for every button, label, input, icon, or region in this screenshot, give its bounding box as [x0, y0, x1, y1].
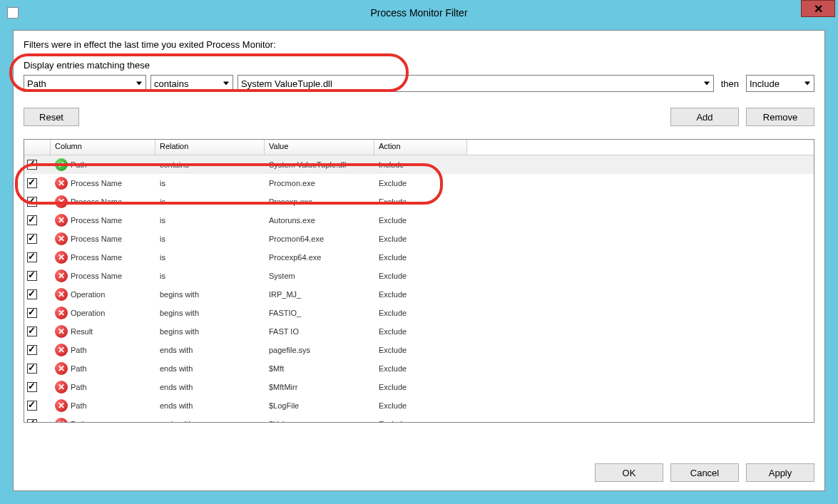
- row-action-cell: Exclude: [374, 327, 467, 336]
- remove-button[interactable]: Remove: [746, 108, 814, 126]
- row-checkbox[interactable]: [27, 308, 37, 318]
- action-select-value: Include: [750, 78, 780, 89]
- row-column-cell: Process Name: [51, 232, 155, 245]
- row-column-text: Operation: [71, 290, 105, 299]
- then-label: then: [721, 78, 739, 89]
- row-column-text: Path: [71, 160, 87, 169]
- client-area: Filters were in effect the last time you…: [13, 30, 825, 491]
- row-column-text: Path: [71, 420, 87, 422]
- table-row[interactable]: Operationbegins withFASTIO_Exclude: [24, 304, 814, 322]
- row-checkbox[interactable]: [27, 215, 37, 225]
- column-select[interactable]: Path: [24, 75, 146, 92]
- row-action-cell: Exclude: [374, 290, 467, 299]
- row-column-cell: Process Name: [51, 269, 155, 282]
- table-row[interactable]: Operationbegins withIRP_MJ_Exclude: [24, 285, 814, 304]
- row-column-text: Operation: [71, 309, 105, 317]
- table-row[interactable]: Resultbegins withFAST IOExclude: [24, 322, 814, 341]
- apply-button[interactable]: Apply: [746, 463, 814, 482]
- row-checkbox[interactable]: [27, 345, 37, 355]
- add-button[interactable]: Add: [670, 108, 739, 126]
- table-row[interactable]: Process NameisProcmon.exeExclude: [24, 174, 814, 192]
- row-checkbox[interactable]: [27, 364, 37, 374]
- row-checkbox[interactable]: [27, 289, 37, 299]
- exclude-icon: [55, 251, 68, 264]
- section-label: Display entries matching these: [24, 60, 814, 71]
- close-button[interactable]: ✕: [801, 0, 835, 17]
- row-checkbox[interactable]: [27, 160, 37, 170]
- row-action-cell: Exclude: [374, 235, 467, 243]
- row-relation-cell: is: [155, 179, 265, 187]
- row-checkbox[interactable]: [27, 419, 37, 422]
- table-row[interactable]: Pathends with$MftMirrExclude: [24, 378, 814, 396]
- row-column-cell: Process Name: [51, 195, 155, 208]
- row-relation-cell: is: [155, 272, 265, 280]
- row-value-cell: Procexp.exe: [265, 197, 374, 206]
- cancel-button[interactable]: Cancel: [670, 463, 739, 482]
- header-column[interactable]: Column: [51, 140, 155, 155]
- exclude-icon: [55, 288, 68, 301]
- table-row[interactable]: Process NameisProcexp.exeExclude: [24, 192, 814, 211]
- row-checkbox-cell: [24, 252, 51, 262]
- row-checkbox-cell: [24, 178, 51, 188]
- reset-button[interactable]: Reset: [24, 108, 79, 126]
- ok-button[interactable]: OK: [595, 463, 663, 482]
- row-checkbox[interactable]: [27, 326, 37, 336]
- row-checkbox[interactable]: [27, 197, 37, 207]
- row-relation-cell: begins with: [155, 327, 265, 336]
- row-value-cell: System ValueTuple.dll: [265, 160, 374, 169]
- header-relation[interactable]: Relation: [155, 140, 265, 155]
- action-select[interactable]: Include: [746, 75, 814, 92]
- exclude-icon: [55, 177, 68, 190]
- exclude-icon: [55, 418, 68, 422]
- row-value-cell: $Mft: [265, 364, 374, 373]
- row-checkbox-cell: [24, 308, 51, 318]
- row-checkbox[interactable]: [27, 252, 37, 262]
- table-row[interactable]: Pathends with$MftExclude: [24, 359, 814, 378]
- row-column-text: Result: [71, 327, 93, 336]
- row-value-cell: Procmon64.exe: [265, 235, 374, 243]
- row-checkbox-cell: [24, 364, 51, 374]
- header-action[interactable]: Action: [374, 140, 467, 155]
- row-action-cell: Exclude: [374, 401, 467, 410]
- row-checkbox[interactable]: [27, 401, 37, 411]
- row-column-text: Path: [71, 401, 87, 410]
- row-action-cell: Exclude: [374, 383, 467, 391]
- value-input[interactable]: System ValueTuple.dll: [237, 75, 714, 92]
- row-checkbox[interactable]: [27, 234, 37, 244]
- exclude-icon: [55, 325, 68, 338]
- row-value-cell: System: [265, 272, 374, 280]
- row-relation-cell: begins with: [155, 309, 265, 317]
- row-checkbox[interactable]: [27, 178, 37, 188]
- header-checkbox[interactable]: [24, 140, 51, 155]
- table-row[interactable]: Process NameisAutoruns.exeExclude: [24, 211, 814, 230]
- filter-list: Column Relation Value Action Pathcontain…: [24, 139, 814, 423]
- table-row[interactable]: Process NameisSystemExclude: [24, 267, 814, 285]
- row-checkbox[interactable]: [27, 382, 37, 392]
- exclude-icon: [55, 269, 68, 282]
- relation-select[interactable]: contains: [150, 75, 233, 92]
- table-row[interactable]: Pathends with$VolumeExclude: [24, 415, 814, 422]
- table-row[interactable]: Process NameisProcmon64.exeExclude: [24, 230, 814, 248]
- row-checkbox-cell: [24, 160, 51, 170]
- row-column-cell: Process Name: [51, 251, 155, 264]
- row-action-cell: Exclude: [374, 179, 467, 187]
- header-value[interactable]: Value: [265, 140, 374, 155]
- table-row[interactable]: Pathends with$LogFileExclude: [24, 396, 814, 415]
- row-relation-cell: ends with: [155, 383, 265, 391]
- row-checkbox-cell: [24, 234, 51, 244]
- filter-input-row: Path contains System ValueTuple.dll then…: [24, 75, 814, 92]
- exclude-icon: [55, 399, 68, 412]
- row-action-cell: Include: [374, 160, 467, 169]
- table-row[interactable]: Pathends withpagefile.sysExclude: [24, 341, 814, 359]
- row-action-cell: Exclude: [374, 346, 467, 354]
- row-column-cell: Path: [51, 381, 155, 394]
- row-column-text: Process Name: [71, 216, 122, 225]
- row-column-cell: Path: [51, 362, 155, 375]
- row-column-text: Path: [71, 383, 87, 391]
- table-row[interactable]: PathcontainsSystem ValueTuple.dllInclude: [24, 155, 814, 174]
- list-body[interactable]: PathcontainsSystem ValueTuple.dllInclude…: [24, 155, 814, 422]
- row-value-cell: $MftMirr: [265, 383, 374, 391]
- row-value-cell: $LogFile: [265, 401, 374, 410]
- table-row[interactable]: Process NameisProcexp64.exeExclude: [24, 248, 814, 267]
- row-checkbox[interactable]: [27, 271, 37, 281]
